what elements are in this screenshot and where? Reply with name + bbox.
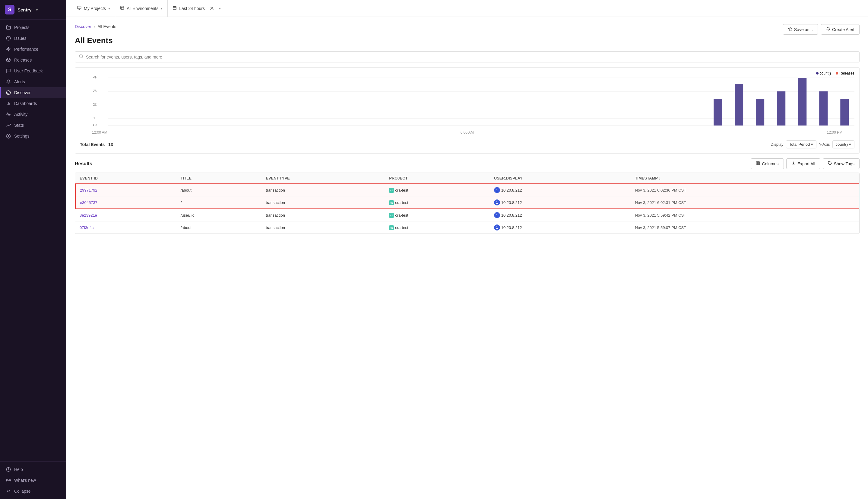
sidebar-item-label-settings: Settings: [14, 134, 29, 138]
sidebar-item-performance[interactable]: Performance: [0, 44, 66, 54]
sidebar-item-stats[interactable]: Stats: [0, 120, 66, 131]
total-events-value: 13: [108, 142, 113, 147]
topbar-my-projects[interactable]: My Projects ▾: [72, 0, 115, 16]
all-environments-label: All Environments: [127, 6, 158, 11]
chevrons-left-icon: [6, 488, 11, 494]
package-icon: [6, 57, 11, 63]
breadcrumb-discover-link[interactable]: Discover: [75, 24, 91, 29]
svg-text:4: 4: [92, 75, 97, 79]
breadcrumb-current: All Events: [97, 24, 116, 29]
zap-icon: [6, 47, 11, 52]
event-id-link[interactable]: 29971792: [80, 188, 97, 193]
help-circle-icon: [6, 467, 11, 472]
sidebar-item-label-dashboards: Dashboards: [14, 101, 37, 106]
table-row[interactable]: e3045737 / transaction ct cra-test 1 10.…: [75, 196, 859, 209]
create-alert-label: Create Alert: [832, 27, 854, 32]
x-label-6am: 6:00 AM: [460, 130, 474, 135]
user-avatar: 1: [494, 187, 500, 193]
sidebar-item-alerts[interactable]: Alerts: [0, 76, 66, 87]
x-label-noon: 12:00 PM: [827, 130, 842, 135]
svg-marker-23: [789, 27, 792, 31]
breadcrumb-separator: ›: [94, 24, 95, 29]
alert-bell-icon: [826, 27, 830, 32]
user-ip: 10.20.8.212: [501, 213, 522, 218]
search-input[interactable]: [86, 54, 856, 59]
user-ip: 10.20.8.212: [501, 200, 522, 205]
results-header: Results Columns Export All: [75, 158, 859, 169]
th-project[interactable]: PROJECT: [385, 173, 490, 184]
columns-button[interactable]: Columns: [751, 158, 783, 169]
table-row[interactable]: 3e23921e /user/:id transaction ct cra-te…: [75, 209, 859, 221]
svg-rect-41: [819, 92, 828, 125]
sentry-logo-text: Sentry: [17, 7, 32, 12]
sidebar-item-issues[interactable]: Issues: [0, 33, 66, 44]
sidebar-item-releases[interactable]: Releases: [0, 54, 66, 65]
columns-label: Columns: [762, 161, 778, 166]
sidebar-item-label-issues: Issues: [14, 36, 26, 41]
svg-rect-15: [77, 6, 81, 9]
sidebar-nav: Projects Issues Performance Releases: [0, 20, 66, 461]
count-dropdown[interactable]: count() ▾: [832, 140, 854, 148]
th-timestamp[interactable]: TIMESTAMP ↓: [631, 173, 859, 184]
sidebar-item-label-whats-new: What's new: [14, 478, 36, 483]
save-as-label: Save as...: [794, 27, 813, 32]
total-period-dropdown[interactable]: Total Period ▾: [786, 140, 817, 148]
event-user-display: 1 10.20.8.212: [490, 196, 631, 209]
event-user-display: 1 10.20.8.212: [490, 221, 631, 234]
page-title: All Events: [75, 36, 859, 45]
columns-icon: [756, 161, 760, 166]
sidebar-item-discover[interactable]: Discover: [0, 87, 66, 98]
export-all-button[interactable]: Export All: [786, 158, 820, 169]
time-range-label: Last 24 hours: [179, 6, 205, 11]
environment-icon: [120, 6, 124, 11]
event-title: /: [176, 196, 262, 209]
topbar-all-environments[interactable]: All Environments ▾: [115, 0, 168, 16]
topbar: My Projects ▾ All Environments ▾ Last 24…: [66, 0, 868, 17]
sidebar-item-activity[interactable]: Activity: [0, 109, 66, 120]
user-avatar: 1: [494, 224, 500, 231]
th-event-type[interactable]: EVENT.TYPE: [261, 173, 385, 184]
svg-rect-37: [735, 84, 743, 125]
export-all-label: Export All: [797, 161, 815, 166]
time-range-close[interactable]: ✕: [207, 5, 216, 12]
chart-area: 4 3 2 1 0: [80, 75, 854, 129]
show-tags-button[interactable]: Show Tags: [823, 158, 859, 169]
th-user-display[interactable]: USER.DISPLAY: [490, 173, 631, 184]
th-title[interactable]: TITLE: [176, 173, 262, 184]
sidebar-item-label-alerts: Alerts: [14, 80, 25, 84]
save-as-button[interactable]: Save as...: [783, 24, 818, 35]
star-icon: [788, 27, 792, 32]
event-type: transaction: [261, 184, 385, 196]
sidebar: S Sentry ▾ Projects Issues Performance: [0, 0, 66, 499]
total-period-caret: ▾: [811, 142, 813, 147]
message-circle-icon: [6, 68, 11, 74]
results-table-wrapper: EVENT ID TITLE EVENT.TYPE PROJECT USER.D: [75, 173, 859, 234]
event-type: transaction: [261, 196, 385, 209]
svg-line-25: [82, 57, 83, 58]
event-id-link[interactable]: 3e23921e: [79, 213, 97, 218]
user-avatar: 1: [494, 212, 500, 218]
sidebar-item-whats-new[interactable]: What's new: [0, 475, 66, 486]
sidebar-item-user-feedback[interactable]: User Feedback: [0, 65, 66, 76]
event-id-link[interactable]: 07f3e4c: [79, 226, 94, 230]
event-project: ct cra-test: [385, 209, 490, 221]
folder-icon: [6, 25, 11, 30]
sidebar-item-projects[interactable]: Projects: [0, 22, 66, 33]
sentry-logo-icon: S: [5, 5, 14, 14]
svg-point-14: [8, 480, 9, 481]
sidebar-logo[interactable]: S Sentry ▾: [0, 0, 66, 20]
sidebar-item-collapse[interactable]: Collapse: [0, 486, 66, 497]
sidebar-item-dashboards[interactable]: Dashboards: [0, 98, 66, 109]
show-tags-label: Show Tags: [834, 161, 854, 166]
event-id-link[interactable]: e3045737: [80, 200, 97, 205]
x-label-midnight: 12:00 AM: [92, 130, 107, 135]
create-alert-button[interactable]: Create Alert: [821, 24, 859, 35]
table-row[interactable]: 07f3e4c /about transaction ct cra-test 1…: [75, 221, 859, 234]
topbar-time-range[interactable]: Last 24 hours ✕ ▾: [168, 0, 226, 16]
th-event-id[interactable]: EVENT ID: [75, 173, 176, 184]
sidebar-item-settings[interactable]: Settings: [0, 131, 66, 142]
svg-point-24: [79, 54, 83, 58]
table-row[interactable]: 29971792 /about transaction ct cra-test …: [75, 184, 859, 196]
sidebar-item-help[interactable]: Help: [0, 464, 66, 475]
event-project: ct cra-test: [385, 221, 490, 234]
